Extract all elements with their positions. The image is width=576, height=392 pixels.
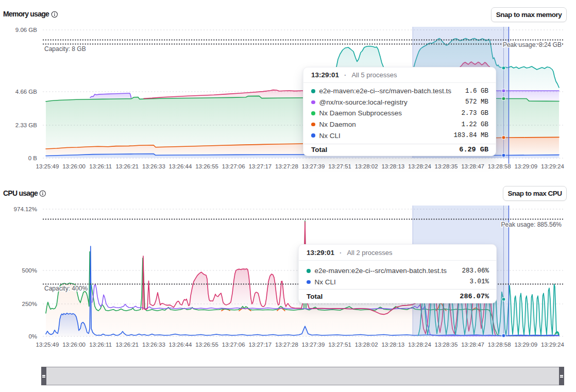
svg-text:13:25:49: 13:25:49	[36, 342, 59, 348]
svg-text:974.12%: 974.12%	[14, 206, 37, 212]
svg-text:13:27:06: 13:27:06	[222, 342, 245, 348]
svg-text:Capacity: 400%: Capacity: 400%	[44, 285, 88, 292]
svg-text:13:26:33: 13:26:33	[142, 163, 165, 169]
svg-text:2.33 GB: 2.33 GB	[15, 122, 38, 128]
svg-text:13:26:11: 13:26:11	[89, 163, 112, 169]
svg-text:13:26:00: 13:26:00	[62, 342, 86, 348]
svg-text:13:26:55: 13:26:55	[195, 342, 218, 348]
svg-text:13:29:09: 13:29:09	[514, 163, 537, 169]
svg-text:13:28:47: 13:28:47	[461, 342, 484, 348]
svg-text:13:28:02: 13:28:02	[355, 163, 378, 169]
svg-text:13:28:24: 13:28:24	[408, 342, 431, 348]
svg-text:13:27:06: 13:27:06	[222, 163, 245, 169]
svg-text:13:26:11: 13:26:11	[89, 342, 112, 348]
svg-text:Peak usage: 885.56%: Peak usage: 885.56%	[501, 221, 562, 228]
svg-text:0%: 0%	[28, 333, 37, 339]
svg-text:13:27:28: 13:27:28	[275, 163, 298, 169]
svg-text:13:28:47: 13:28:47	[461, 163, 484, 169]
svg-text:13:26:21: 13:26:21	[115, 342, 139, 348]
svg-text:13:27:51: 13:27:51	[328, 163, 351, 169]
svg-text:500%: 500%	[22, 267, 37, 274]
svg-text:Capacity: 8 GB: Capacity: 8 GB	[44, 45, 86, 53]
svg-text:13:25:49: 13:25:49	[36, 163, 59, 169]
svg-text:0 B: 0 B	[28, 155, 38, 161]
svg-text:13:29:24: 13:29:24	[541, 342, 564, 348]
svg-text:9.06 GB: 9.06 GB	[15, 27, 38, 33]
svg-text:13:29:09: 13:29:09	[514, 342, 537, 348]
svg-text:13:26:33: 13:26:33	[142, 342, 165, 348]
svg-text:Peak usage: 8.24 GB: Peak usage: 8.24 GB	[503, 41, 562, 48]
svg-text:13:27:39: 13:27:39	[302, 342, 325, 348]
svg-text:13:27:17: 13:27:17	[248, 163, 272, 169]
svg-text:13:26:00: 13:26:00	[62, 163, 86, 169]
svg-text:13:26:55: 13:26:55	[195, 163, 218, 169]
svg-text:4.66 GB: 4.66 GB	[15, 89, 38, 95]
svg-text:13:28:13: 13:28:13	[381, 342, 404, 348]
svg-text:13:28:02: 13:28:02	[355, 342, 378, 348]
svg-text:13:29:24: 13:29:24	[541, 163, 564, 169]
svg-text:13:28:13: 13:28:13	[381, 163, 404, 169]
svg-text:13:26:44: 13:26:44	[169, 163, 192, 169]
svg-text:13:26:21: 13:26:21	[115, 163, 139, 169]
svg-text:13:27:51: 13:27:51	[328, 342, 351, 348]
svg-text:13:27:28: 13:27:28	[275, 342, 298, 348]
svg-text:250%: 250%	[22, 301, 37, 307]
svg-text:13:28:24: 13:28:24	[408, 163, 431, 169]
svg-text:13:28:58: 13:28:58	[488, 163, 511, 169]
svg-text:13:26:44: 13:26:44	[169, 342, 192, 348]
svg-text:13:27:39: 13:27:39	[302, 163, 325, 169]
svg-text:13:28:35: 13:28:35	[435, 163, 458, 169]
svg-text:13:27:17: 13:27:17	[248, 342, 272, 348]
svg-text:13:28:35: 13:28:35	[435, 342, 458, 348]
svg-text:13:28:58: 13:28:58	[488, 342, 511, 348]
